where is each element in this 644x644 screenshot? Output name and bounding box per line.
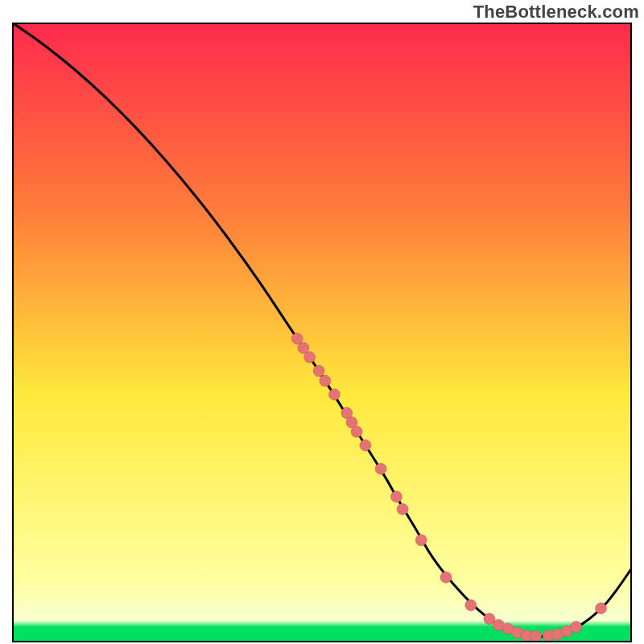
chart-svg <box>12 23 632 642</box>
data-point <box>465 600 477 611</box>
data-point <box>304 352 316 363</box>
data-point <box>571 621 582 633</box>
chart-stage: TheBottleneck.com <box>0 0 644 644</box>
data-point <box>415 535 427 546</box>
gradient-background <box>12 23 632 642</box>
data-point <box>596 603 607 614</box>
data-point <box>313 365 324 377</box>
data-point <box>351 426 362 437</box>
data-point <box>530 630 542 642</box>
data-point <box>360 440 371 451</box>
data-point <box>328 389 340 400</box>
data-point <box>397 503 408 514</box>
data-point <box>320 375 331 386</box>
data-point <box>440 572 452 583</box>
data-point <box>375 463 386 474</box>
watermark-label: TheBottleneck.com <box>473 2 639 23</box>
data-point <box>390 491 402 502</box>
plot-area <box>12 23 632 642</box>
